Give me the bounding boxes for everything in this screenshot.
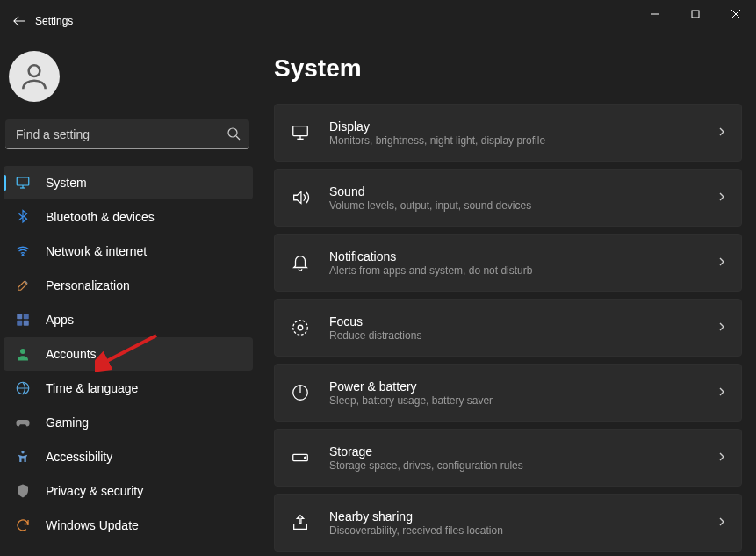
svg-line-6 — [236, 136, 240, 140]
sidebar: System Bluetooth & devices Network & int… — [0, 42, 262, 556]
chevron-right-icon — [716, 320, 727, 336]
card-sound[interactable]: Sound Volume levels, output, input, soun… — [274, 169, 742, 227]
sidebar-item-label: Accounts — [46, 347, 97, 361]
sidebar-item-privacy[interactable]: Privacy & security — [4, 474, 253, 508]
svg-rect-1 — [692, 11, 699, 18]
back-button[interactable] — [7, 9, 32, 33]
sidebar-item-label: Apps — [46, 313, 74, 327]
svg-point-4 — [29, 65, 40, 76]
card-focus[interactable]: Focus Reduce distractions — [274, 299, 742, 357]
svg-rect-7 — [17, 177, 29, 185]
svg-point-22 — [298, 325, 303, 330]
card-title: Power & battery — [329, 379, 699, 394]
focus-icon — [289, 318, 312, 337]
main-content: System Display Monitors, brightness, nig… — [262, 42, 756, 556]
card-title: Sound — [329, 184, 699, 199]
chevron-right-icon — [716, 450, 727, 466]
card-subtitle: Monitors, brightness, night light, displ… — [329, 134, 699, 147]
drive-icon — [289, 448, 312, 467]
card-nearby-sharing[interactable]: Nearby sharing Discoverability, received… — [274, 494, 742, 552]
svg-point-26 — [305, 457, 306, 459]
svg-point-21 — [293, 321, 308, 336]
card-notifications[interactable]: Notifications Alerts from apps and syste… — [274, 234, 742, 292]
sidebar-item-bluetooth[interactable]: Bluetooth & devices — [4, 200, 253, 234]
sidebar-item-accessibility[interactable]: Accessibility — [4, 440, 253, 473]
sidebar-item-label: Privacy & security — [46, 484, 143, 498]
avatar[interactable] — [9, 51, 60, 102]
apps-icon — [14, 311, 32, 329]
gamepad-icon — [14, 414, 32, 431]
card-subtitle: Alerts from apps and system, do not dist… — [329, 264, 699, 277]
accessibility-icon — [14, 448, 32, 466]
card-subtitle: Volume levels, output, input, sound devi… — [329, 199, 699, 212]
sidebar-item-label: Windows Update — [46, 518, 139, 532]
sidebar-item-apps[interactable]: Apps — [4, 303, 253, 336]
shield-icon — [14, 482, 32, 500]
card-subtitle: Sleep, battery usage, battery saver — [329, 394, 699, 407]
sidebar-item-gaming[interactable]: Gaming — [4, 406, 253, 439]
minimize-button[interactable] — [635, 0, 675, 28]
sidebar-item-label: Bluetooth & devices — [46, 210, 155, 224]
svg-rect-18 — [293, 126, 308, 136]
chevron-right-icon — [716, 385, 727, 401]
card-title: Storage — [329, 444, 699, 459]
close-button[interactable] — [716, 0, 756, 28]
card-title: Notifications — [329, 249, 699, 264]
window-controls — [635, 0, 756, 28]
maximize-button[interactable] — [675, 0, 716, 28]
svg-point-10 — [22, 255, 24, 256]
chevron-right-icon — [716, 190, 727, 206]
share-icon — [289, 513, 312, 532]
person-icon — [14, 345, 32, 363]
update-icon — [14, 516, 32, 534]
svg-rect-11 — [17, 314, 22, 319]
sidebar-item-accounts[interactable]: Accounts — [4, 337, 253, 371]
card-title: Display — [329, 119, 699, 134]
sidebar-item-system[interactable]: System — [4, 166, 253, 199]
svg-point-5 — [228, 128, 237, 137]
card-title: Nearby sharing — [329, 509, 699, 524]
card-storage[interactable]: Storage Storage space, drives, configura… — [274, 429, 742, 487]
card-display[interactable]: Display Monitors, brightness, night ligh… — [274, 104, 742, 162]
power-icon — [289, 383, 312, 402]
chevron-right-icon — [716, 255, 727, 271]
svg-rect-13 — [17, 321, 22, 326]
sidebar-item-network[interactable]: Network & internet — [4, 235, 253, 268]
sidebar-item-label: Time & language — [46, 381, 138, 395]
sidebar-item-label: Gaming — [46, 415, 89, 430]
speaker-icon — [289, 188, 312, 207]
card-power[interactable]: Power & battery Sleep, battery usage, ba… — [274, 364, 742, 422]
svg-point-15 — [20, 349, 25, 354]
chevron-right-icon — [716, 515, 727, 531]
card-title: Focus — [329, 314, 699, 329]
sidebar-item-windows-update[interactable]: Windows Update — [4, 509, 253, 542]
sidebar-item-label: Accessibility — [46, 450, 112, 464]
svg-rect-12 — [24, 314, 29, 319]
search-input[interactable] — [5, 119, 249, 149]
page-title: System — [274, 54, 742, 83]
sidebar-item-label: Network & internet — [46, 244, 147, 258]
sidebar-item-label: Personalization — [46, 278, 130, 292]
brush-icon — [14, 277, 32, 294]
app-title: Settings — [35, 15, 73, 27]
monitor-icon — [289, 123, 312, 142]
clock-globe-icon — [14, 379, 32, 397]
sidebar-item-time-language[interactable]: Time & language — [4, 372, 253, 405]
wifi-icon — [14, 242, 32, 260]
bell-icon — [289, 253, 312, 272]
sidebar-item-personalization[interactable]: Personalization — [4, 269, 253, 302]
card-subtitle: Reduce distractions — [329, 329, 699, 342]
svg-point-17 — [21, 451, 24, 453]
card-subtitle: Storage space, drives, configuration rul… — [329, 459, 699, 472]
card-subtitle: Discoverability, received files location — [329, 524, 699, 537]
chevron-right-icon — [716, 125, 727, 141]
bluetooth-icon — [14, 208, 32, 226]
display-icon — [14, 174, 32, 191]
nav: System Bluetooth & devices Network & int… — [4, 165, 262, 556]
svg-rect-14 — [24, 321, 29, 326]
sidebar-item-label: System — [46, 176, 87, 190]
search-icon — [227, 126, 241, 144]
